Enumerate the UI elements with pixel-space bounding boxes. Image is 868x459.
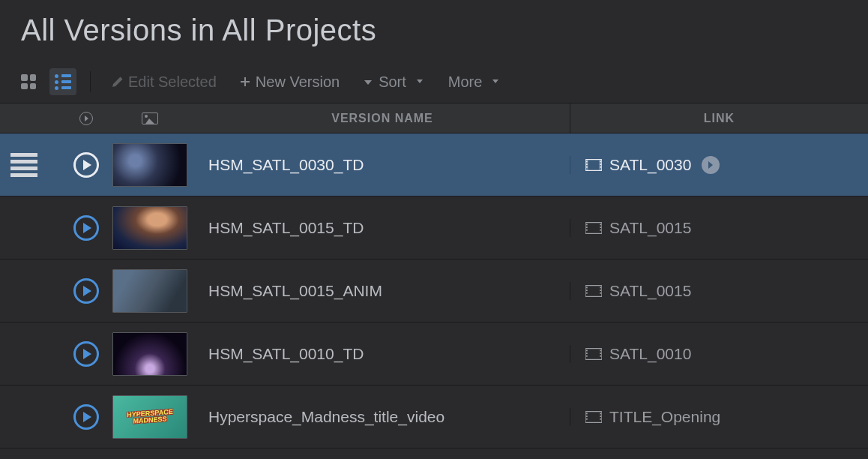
svg-rect-6 [600,160,601,162]
table-header: VERSION NAME LINK [0,104,868,134]
svg-rect-18 [586,290,588,291]
versions-table: VERSION NAME LINK HSM_SATL_0030_TD SATL_… [0,104,868,448]
play-icon [73,152,99,178]
col-play-header[interactable] [67,104,105,134]
list-view-button[interactable] [49,68,76,95]
edit-selected-button[interactable]: Edit Selected [104,69,224,95]
svg-rect-36 [600,418,601,419]
svg-rect-20 [600,286,601,288]
plus-icon [239,76,251,88]
svg-rect-12 [586,229,588,230]
more-label: More [448,74,483,91]
version-name: Hyperspace_Madness_title_video [208,408,444,426]
svg-rect-11 [586,226,588,228]
play-button[interactable] [67,341,105,367]
divider [90,71,91,92]
pencil-icon [112,76,124,88]
link-cell[interactable]: TITLE_Opening [585,408,720,426]
play-button[interactable] [67,404,105,430]
grid-view-button[interactable] [15,68,42,95]
link-text: SATL_0010 [609,345,691,363]
table-row[interactable]: HSM_SATL_0015_TD SATL_0015 [0,196,868,260]
thumbnail[interactable] [105,143,195,187]
svg-rect-21 [600,290,601,291]
svg-rect-32 [586,416,588,417]
svg-rect-22 [600,292,601,293]
svg-rect-27 [600,350,601,351]
chevron-down-icon [414,76,426,88]
table-row[interactable]: HYPERSPACE MADNESS Hyperspace_Madness_ti… [0,386,868,448]
film-icon [585,158,602,172]
link-text: SATL_0015 [609,282,691,300]
image-icon [142,112,158,124]
col-link-header[interactable]: LINK [570,104,868,134]
table-row[interactable]: HSM_SATL_0010_TD SATL_0010 [0,322,868,386]
new-version-button[interactable]: New Version [232,69,347,95]
svg-rect-14 [600,226,601,228]
play-button[interactable] [67,278,105,304]
play-button[interactable] [67,152,105,178]
page-header: All Versions in All Projects [0,0,868,61]
col-thumb-header[interactable] [105,104,195,134]
link-cell[interactable]: SATL_0030 [585,156,720,174]
play-icon [73,404,99,430]
toolbar: Edit Selected New Version Sort More [0,61,868,104]
play-icon [73,278,99,304]
svg-rect-28 [600,352,601,354]
version-name: HSM_SATL_0015_ANIM [208,282,382,300]
film-icon [585,284,602,298]
svg-rect-34 [600,412,601,414]
sort-button[interactable]: Sort [355,69,433,95]
svg-rect-3 [586,160,588,162]
play-icon [73,215,99,241]
version-name: HSM_SATL_0030_TD [208,156,364,174]
new-version-label: New Version [256,74,340,91]
link-cell[interactable]: SATL_0015 [585,282,691,300]
play-button[interactable] [67,215,105,241]
version-name: HSM_SATL_0015_TD [208,219,364,237]
link-text: TITLE_Opening [609,408,720,426]
svg-rect-4 [586,164,588,165]
svg-rect-17 [586,286,588,288]
grid-icon [21,74,36,89]
thumbnail[interactable]: HYPERSPACE MADNESS [105,395,195,439]
sort-chevron-icon [362,76,374,88]
table-row[interactable]: HSM_SATL_0015_ANIM SATL_0015 [0,260,868,322]
page-title: All Versions in All Projects [21,14,847,47]
more-button[interactable]: More [441,69,510,95]
list-icon [55,74,71,90]
svg-rect-15 [600,229,601,230]
svg-rect-9 [585,222,602,233]
link-cell[interactable]: SATL_0015 [585,219,691,237]
chevron-down-icon [489,76,501,88]
film-icon [585,346,602,362]
svg-rect-5 [586,166,588,167]
link-cell[interactable]: SATL_0010 [585,345,691,363]
svg-rect-33 [586,418,588,419]
svg-rect-29 [600,355,601,356]
svg-rect-19 [586,292,588,293]
film-icon [585,220,602,236]
thumb-label: HYPERSPACE MADNESS [113,407,187,426]
svg-rect-31 [586,412,588,414]
svg-rect-23 [585,348,602,359]
col-handle-header [0,104,67,134]
col-version-name-header[interactable]: VERSION NAME [195,104,570,134]
svg-rect-8 [600,166,601,167]
sort-label: Sort [379,74,406,91]
link-text: SATL_0015 [609,219,691,237]
svg-rect-35 [600,416,601,417]
svg-rect-10 [586,224,588,225]
play-icon [79,112,93,125]
link-arrow-icon[interactable] [702,156,720,174]
row-drag-handle[interactable] [0,153,67,177]
thumbnail[interactable] [105,332,195,376]
svg-rect-25 [586,352,588,354]
thumbnail[interactable] [105,269,195,313]
version-name: HSM_SATL_0010_TD [208,345,364,363]
edit-label: Edit Selected [128,74,217,91]
table-row[interactable]: HSM_SATL_0030_TD SATL_0030 [0,134,868,196]
thumbnail[interactable] [105,206,195,250]
svg-rect-26 [586,355,588,356]
svg-rect-24 [586,350,588,351]
